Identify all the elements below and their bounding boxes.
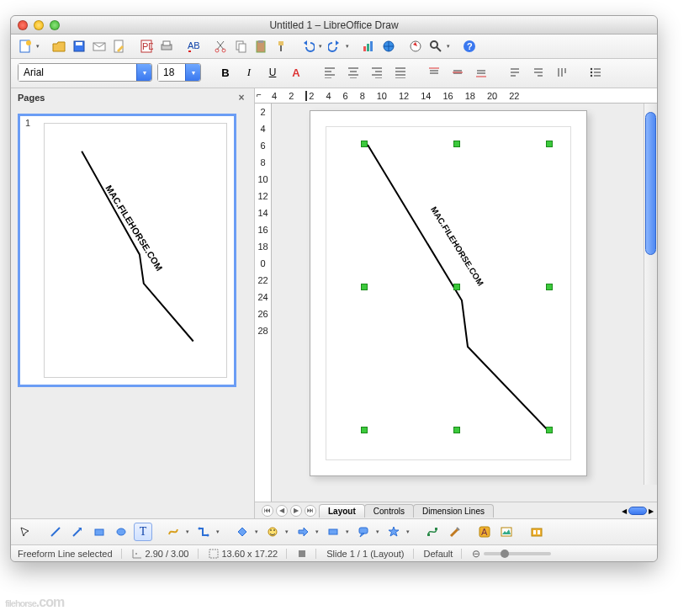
align-right-button[interactable] <box>368 63 386 82</box>
redo-dropdown[interactable]: ▾ <box>344 37 351 56</box>
font-size-dropdown-button[interactable]: ▾ <box>185 64 200 81</box>
edit-points-button[interactable] <box>423 523 442 541</box>
redo-button[interactable] <box>326 37 344 56</box>
line-tool[interactable] <box>46 523 65 541</box>
drawing-canvas[interactable]: MAC.FILEHORSE.COM <box>272 104 657 502</box>
ellipse-tool[interactable] <box>112 523 130 541</box>
stars-dropdown[interactable]: ▾ <box>405 523 411 541</box>
align-bottom-button[interactable] <box>472 63 490 82</box>
insert-image-button[interactable] <box>497 523 516 541</box>
undo-dropdown[interactable]: ▾ <box>317 37 324 56</box>
mail-button[interactable] <box>90 37 109 56</box>
arrow-tool[interactable] <box>68 523 87 541</box>
block-arrows-tool[interactable] <box>294 523 312 541</box>
edit-file-button[interactable] <box>110 37 129 56</box>
gallery-button[interactable] <box>527 523 546 541</box>
copy-button[interactable] <box>231 37 250 56</box>
selection-handle-bl[interactable] <box>361 427 368 433</box>
symbol-shapes-dropdown[interactable]: ▾ <box>283 523 290 541</box>
hyperlink-button[interactable] <box>379 37 398 56</box>
vertical-scrollbar[interactable] <box>644 104 657 485</box>
font-name-input[interactable] <box>19 64 136 81</box>
connector-tool[interactable] <box>194 523 213 541</box>
tab-nav-next[interactable]: ▶ <box>290 505 302 517</box>
stars-tool[interactable] <box>384 523 403 541</box>
pages-panel-close-button[interactable]: × <box>236 92 247 104</box>
horizontal-scrollbar[interactable]: ◀▶ <box>620 505 655 517</box>
text-tool[interactable]: T <box>134 523 152 541</box>
zoom-slider-knob[interactable] <box>501 550 509 558</box>
selection-handle-tl[interactable] <box>361 141 368 147</box>
connector-dropdown[interactable]: ▾ <box>215 523 221 541</box>
vertical-scrollbar-thumb[interactable] <box>645 112 656 255</box>
selection-handle-mr[interactable] <box>546 284 553 290</box>
status-style[interactable]: Default <box>424 549 463 559</box>
flowchart-tool[interactable] <box>324 523 342 541</box>
callouts-tool[interactable] <box>354 523 373 541</box>
ltr-button[interactable] <box>506 63 524 82</box>
italic-button[interactable]: I <box>240 63 258 82</box>
select-tool[interactable] <box>16 523 34 541</box>
drawing-page[interactable]: MAC.FILEHORSE.COM <box>310 110 587 476</box>
print-button[interactable] <box>157 37 176 56</box>
glue-points-button[interactable] <box>445 523 464 541</box>
tab-nav-first[interactable]: ⏮ <box>262 505 273 517</box>
zoom-dropdown[interactable]: ▾ <box>445 37 452 56</box>
curve-tool[interactable] <box>164 523 183 541</box>
bold-button[interactable]: B <box>216 63 235 82</box>
zoom-slider[interactable] <box>484 552 551 555</box>
font-size-input[interactable] <box>158 64 185 81</box>
help-button[interactable]: ? <box>460 37 479 56</box>
block-arrows-dropdown[interactable]: ▾ <box>314 523 321 541</box>
layer-tab-controls[interactable]: Controls <box>364 504 414 518</box>
underline-button[interactable]: U <box>263 63 282 82</box>
rtl-button[interactable] <box>529 63 548 82</box>
vertical-ruler[interactable]: 2 4 6 8 10 12 14 16 18 0 22 24 26 28 <box>255 104 272 502</box>
paste-button[interactable] <box>252 37 270 56</box>
basic-shapes-tool[interactable] <box>233 523 252 541</box>
save-button[interactable] <box>70 37 88 56</box>
font-name-dropdown-button[interactable]: ▾ <box>136 64 151 81</box>
chart-button[interactable] <box>359 37 378 56</box>
new-document-dropdown[interactable]: ▾ <box>34 37 41 56</box>
tab-nav-last[interactable]: ⏭ <box>305 505 316 517</box>
font-color-button[interactable]: A <box>287 63 305 82</box>
basic-shapes-dropdown[interactable]: ▾ <box>253 523 260 541</box>
fontwork-button[interactable]: A <box>475 523 494 541</box>
zoom-button[interactable] <box>426 37 445 56</box>
page-thumbnail[interactable]: 1 MAC.FILEHORSE.COM <box>18 114 236 387</box>
font-size-combo[interactable]: ▾ <box>157 63 201 82</box>
ttb-button[interactable] <box>553 63 571 82</box>
selection-handle-br[interactable] <box>546 427 553 433</box>
align-left-button[interactable] <box>321 63 339 82</box>
tab-nav-prev[interactable]: ◀ <box>276 505 288 517</box>
selection-handle-bc[interactable] <box>453 427 460 433</box>
symbol-shapes-tool[interactable] <box>263 523 282 541</box>
zoom-out-button[interactable]: ⊖ <box>472 548 480 560</box>
bullets-button[interactable] <box>586 63 605 82</box>
flowchart-dropdown[interactable]: ▾ <box>344 523 351 541</box>
selection-handle-tc[interactable] <box>453 141 460 147</box>
curve-dropdown[interactable]: ▾ <box>184 523 191 541</box>
layer-tab-dimension[interactable]: Dimension Lines <box>413 504 494 518</box>
export-pdf-button[interactable]: PDF <box>137 37 156 56</box>
callouts-dropdown[interactable]: ▾ <box>374 523 381 541</box>
layer-tab-layout[interactable]: Layout <box>319 504 365 518</box>
new-document-button[interactable] <box>16 37 34 56</box>
format-paintbrush-button[interactable] <box>272 37 290 56</box>
selection-handle-tr[interactable] <box>546 141 553 147</box>
align-justify-button[interactable] <box>391 63 410 82</box>
align-vcenter-button[interactable] <box>448 63 467 82</box>
font-name-combo[interactable]: ▾ <box>18 63 152 82</box>
navigator-button[interactable] <box>406 37 425 56</box>
status-slide[interactable]: Slide 1 / 1 (Layout) <box>326 549 413 559</box>
spellcheck-button[interactable]: ABC <box>184 37 203 56</box>
selection-handle-mc[interactable] <box>453 284 460 290</box>
selection-handle-ml[interactable] <box>361 284 368 290</box>
align-center-button[interactable] <box>344 63 363 82</box>
open-button[interactable] <box>50 37 68 56</box>
horizontal-ruler[interactable]: ⌐ 4 2 2 4 6 8 10 12 14 16 18 20 22 <box>255 88 657 104</box>
rectangle-tool[interactable] <box>90 523 109 541</box>
align-top-button[interactable] <box>425 63 443 82</box>
cut-button[interactable] <box>211 37 230 56</box>
